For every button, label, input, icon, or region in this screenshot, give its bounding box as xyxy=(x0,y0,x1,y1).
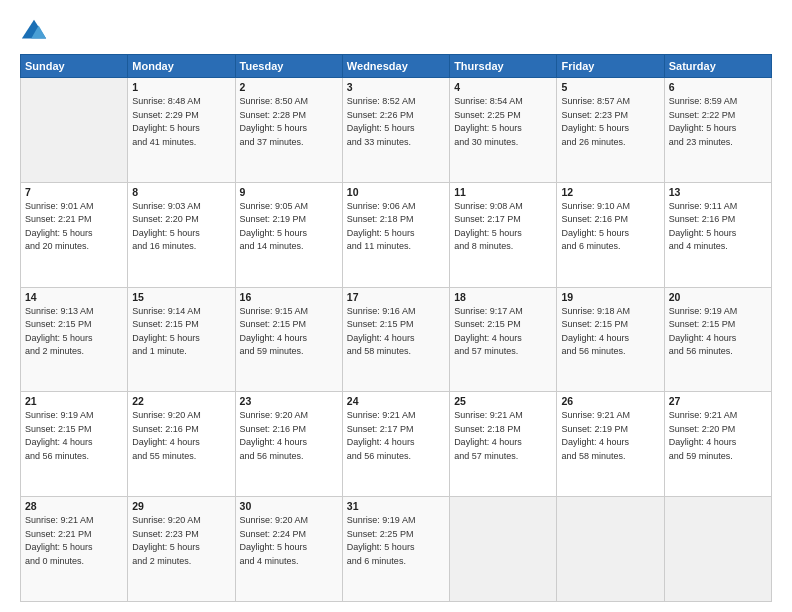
calendar-cell: 24Sunrise: 9:21 AMSunset: 2:17 PMDayligh… xyxy=(342,392,449,497)
day-info: Sunrise: 9:10 AMSunset: 2:16 PMDaylight:… xyxy=(561,200,659,254)
day-info: Sunrise: 9:17 AMSunset: 2:15 PMDaylight:… xyxy=(454,305,552,359)
calendar-cell xyxy=(21,78,128,183)
calendar-cell xyxy=(664,497,771,602)
calendar-cell: 15Sunrise: 9:14 AMSunset: 2:15 PMDayligh… xyxy=(128,287,235,392)
calendar-cell: 31Sunrise: 9:19 AMSunset: 2:25 PMDayligh… xyxy=(342,497,449,602)
day-number: 17 xyxy=(347,291,445,303)
day-info: Sunrise: 9:20 AMSunset: 2:24 PMDaylight:… xyxy=(240,514,338,568)
day-number: 8 xyxy=(132,186,230,198)
day-number: 27 xyxy=(669,395,767,407)
day-info: Sunrise: 9:20 AMSunset: 2:23 PMDaylight:… xyxy=(132,514,230,568)
day-info: Sunrise: 9:06 AMSunset: 2:18 PMDaylight:… xyxy=(347,200,445,254)
calendar-table: SundayMondayTuesdayWednesdayThursdayFrid… xyxy=(20,54,772,602)
calendar-week-1: 1Sunrise: 8:48 AMSunset: 2:29 PMDaylight… xyxy=(21,78,772,183)
calendar-cell: 5Sunrise: 8:57 AMSunset: 2:23 PMDaylight… xyxy=(557,78,664,183)
calendar-cell: 19Sunrise: 9:18 AMSunset: 2:15 PMDayligh… xyxy=(557,287,664,392)
day-number: 4 xyxy=(454,81,552,93)
calendar-cell: 9Sunrise: 9:05 AMSunset: 2:19 PMDaylight… xyxy=(235,182,342,287)
calendar-cell: 12Sunrise: 9:10 AMSunset: 2:16 PMDayligh… xyxy=(557,182,664,287)
day-number: 11 xyxy=(454,186,552,198)
day-number: 22 xyxy=(132,395,230,407)
day-info: Sunrise: 8:57 AMSunset: 2:23 PMDaylight:… xyxy=(561,95,659,149)
day-header-friday: Friday xyxy=(557,55,664,78)
calendar-cell: 6Sunrise: 8:59 AMSunset: 2:22 PMDaylight… xyxy=(664,78,771,183)
calendar-cell: 20Sunrise: 9:19 AMSunset: 2:15 PMDayligh… xyxy=(664,287,771,392)
logo xyxy=(20,18,52,46)
day-info: Sunrise: 9:20 AMSunset: 2:16 PMDaylight:… xyxy=(132,409,230,463)
day-info: Sunrise: 9:21 AMSunset: 2:18 PMDaylight:… xyxy=(454,409,552,463)
calendar-cell: 14Sunrise: 9:13 AMSunset: 2:15 PMDayligh… xyxy=(21,287,128,392)
day-number: 6 xyxy=(669,81,767,93)
calendar-body: 1Sunrise: 8:48 AMSunset: 2:29 PMDaylight… xyxy=(21,78,772,602)
day-number: 2 xyxy=(240,81,338,93)
calendar-cell: 3Sunrise: 8:52 AMSunset: 2:26 PMDaylight… xyxy=(342,78,449,183)
day-info: Sunrise: 9:08 AMSunset: 2:17 PMDaylight:… xyxy=(454,200,552,254)
day-info: Sunrise: 9:13 AMSunset: 2:15 PMDaylight:… xyxy=(25,305,123,359)
day-number: 30 xyxy=(240,500,338,512)
day-number: 15 xyxy=(132,291,230,303)
calendar-cell: 18Sunrise: 9:17 AMSunset: 2:15 PMDayligh… xyxy=(450,287,557,392)
day-info: Sunrise: 8:50 AMSunset: 2:28 PMDaylight:… xyxy=(240,95,338,149)
calendar-header-row: SundayMondayTuesdayWednesdayThursdayFrid… xyxy=(21,55,772,78)
calendar-cell: 8Sunrise: 9:03 AMSunset: 2:20 PMDaylight… xyxy=(128,182,235,287)
day-info: Sunrise: 9:21 AMSunset: 2:19 PMDaylight:… xyxy=(561,409,659,463)
day-number: 19 xyxy=(561,291,659,303)
calendar-cell: 27Sunrise: 9:21 AMSunset: 2:20 PMDayligh… xyxy=(664,392,771,497)
day-number: 29 xyxy=(132,500,230,512)
day-info: Sunrise: 9:20 AMSunset: 2:16 PMDaylight:… xyxy=(240,409,338,463)
calendar-cell xyxy=(557,497,664,602)
day-info: Sunrise: 9:19 AMSunset: 2:15 PMDaylight:… xyxy=(25,409,123,463)
day-number: 23 xyxy=(240,395,338,407)
day-info: Sunrise: 9:03 AMSunset: 2:20 PMDaylight:… xyxy=(132,200,230,254)
day-header-monday: Monday xyxy=(128,55,235,78)
day-header-wednesday: Wednesday xyxy=(342,55,449,78)
calendar-cell: 21Sunrise: 9:19 AMSunset: 2:15 PMDayligh… xyxy=(21,392,128,497)
day-number: 31 xyxy=(347,500,445,512)
day-info: Sunrise: 9:19 AMSunset: 2:25 PMDaylight:… xyxy=(347,514,445,568)
day-number: 12 xyxy=(561,186,659,198)
day-number: 16 xyxy=(240,291,338,303)
day-info: Sunrise: 9:21 AMSunset: 2:20 PMDaylight:… xyxy=(669,409,767,463)
calendar-cell: 10Sunrise: 9:06 AMSunset: 2:18 PMDayligh… xyxy=(342,182,449,287)
day-info: Sunrise: 9:05 AMSunset: 2:19 PMDaylight:… xyxy=(240,200,338,254)
day-info: Sunrise: 9:21 AMSunset: 2:17 PMDaylight:… xyxy=(347,409,445,463)
day-number: 21 xyxy=(25,395,123,407)
day-info: Sunrise: 9:16 AMSunset: 2:15 PMDaylight:… xyxy=(347,305,445,359)
calendar-cell: 30Sunrise: 9:20 AMSunset: 2:24 PMDayligh… xyxy=(235,497,342,602)
calendar-cell: 1Sunrise: 8:48 AMSunset: 2:29 PMDaylight… xyxy=(128,78,235,183)
calendar-cell: 23Sunrise: 9:20 AMSunset: 2:16 PMDayligh… xyxy=(235,392,342,497)
calendar-cell: 2Sunrise: 8:50 AMSunset: 2:28 PMDaylight… xyxy=(235,78,342,183)
calendar-cell: 7Sunrise: 9:01 AMSunset: 2:21 PMDaylight… xyxy=(21,182,128,287)
day-header-sunday: Sunday xyxy=(21,55,128,78)
calendar-cell: 22Sunrise: 9:20 AMSunset: 2:16 PMDayligh… xyxy=(128,392,235,497)
day-info: Sunrise: 9:19 AMSunset: 2:15 PMDaylight:… xyxy=(669,305,767,359)
logo-icon xyxy=(20,18,48,46)
day-number: 25 xyxy=(454,395,552,407)
calendar-cell: 26Sunrise: 9:21 AMSunset: 2:19 PMDayligh… xyxy=(557,392,664,497)
day-header-thursday: Thursday xyxy=(450,55,557,78)
day-info: Sunrise: 8:52 AMSunset: 2:26 PMDaylight:… xyxy=(347,95,445,149)
day-info: Sunrise: 8:48 AMSunset: 2:29 PMDaylight:… xyxy=(132,95,230,149)
day-number: 1 xyxy=(132,81,230,93)
day-number: 18 xyxy=(454,291,552,303)
day-number: 14 xyxy=(25,291,123,303)
calendar-cell xyxy=(450,497,557,602)
calendar-cell: 4Sunrise: 8:54 AMSunset: 2:25 PMDaylight… xyxy=(450,78,557,183)
day-info: Sunrise: 9:15 AMSunset: 2:15 PMDaylight:… xyxy=(240,305,338,359)
day-header-saturday: Saturday xyxy=(664,55,771,78)
day-number: 24 xyxy=(347,395,445,407)
calendar-week-5: 28Sunrise: 9:21 AMSunset: 2:21 PMDayligh… xyxy=(21,497,772,602)
day-info: Sunrise: 9:01 AMSunset: 2:21 PMDaylight:… xyxy=(25,200,123,254)
day-number: 5 xyxy=(561,81,659,93)
day-number: 26 xyxy=(561,395,659,407)
day-info: Sunrise: 9:21 AMSunset: 2:21 PMDaylight:… xyxy=(25,514,123,568)
calendar-cell: 29Sunrise: 9:20 AMSunset: 2:23 PMDayligh… xyxy=(128,497,235,602)
day-header-tuesday: Tuesday xyxy=(235,55,342,78)
day-info: Sunrise: 8:59 AMSunset: 2:22 PMDaylight:… xyxy=(669,95,767,149)
calendar-week-4: 21Sunrise: 9:19 AMSunset: 2:15 PMDayligh… xyxy=(21,392,772,497)
day-number: 10 xyxy=(347,186,445,198)
day-number: 3 xyxy=(347,81,445,93)
day-number: 9 xyxy=(240,186,338,198)
calendar-week-3: 14Sunrise: 9:13 AMSunset: 2:15 PMDayligh… xyxy=(21,287,772,392)
day-info: Sunrise: 9:18 AMSunset: 2:15 PMDaylight:… xyxy=(561,305,659,359)
